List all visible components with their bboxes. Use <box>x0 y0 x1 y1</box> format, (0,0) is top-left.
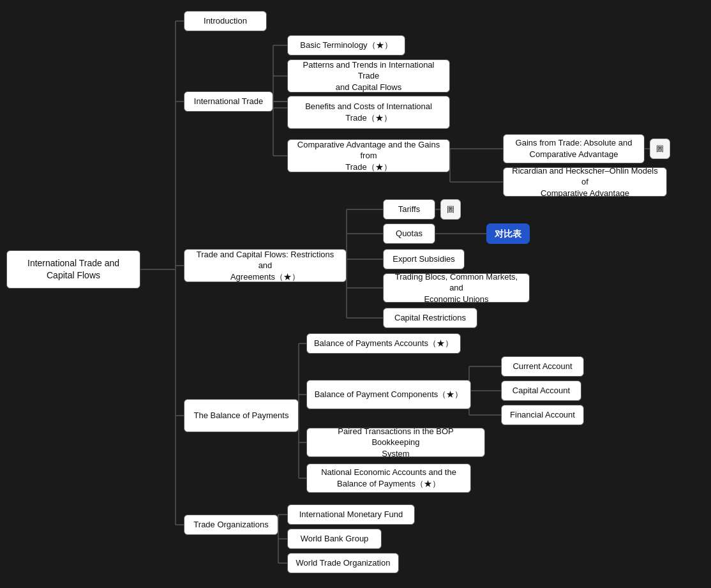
introduction-node[interactable]: Introduction <box>184 11 267 31</box>
export-subsidies-node[interactable]: Export Subsidies <box>383 249 465 269</box>
gains-from-trade-node[interactable]: Gains from Trade: Absolute andComparativ… <box>503 134 645 163</box>
quotas-node[interactable]: Quotas <box>383 223 435 244</box>
ricardian-node[interactable]: Ricardian and Heckscher–Ohlin Models ofC… <box>503 167 667 197</box>
bop-accounts-node[interactable]: Balance of Payments Accounts（★） <box>306 333 461 354</box>
basic-terminology-node[interactable]: Basic Terminology（★） <box>287 35 405 56</box>
patterns-trends-node[interactable]: Patterns and Trends in International Tra… <box>287 59 450 93</box>
balance-of-payments-node[interactable]: The Balance of Payments <box>184 399 299 432</box>
imf-node[interactable]: International Monetary Fund <box>287 504 415 525</box>
world-bank-node[interactable]: World Bank Group <box>287 529 382 549</box>
trade-restrictions-node[interactable]: Trade and Capital Flows: Restrictions an… <box>184 249 347 282</box>
capital-account-node[interactable]: Capital Account <box>501 381 581 401</box>
gains-icon-node[interactable]: 圖 <box>650 139 670 159</box>
trading-blocs-node[interactable]: Trading Blocs, Common Markets, andEconom… <box>383 273 530 303</box>
national-economic-node[interactable]: National Economic Accounts and theBalanc… <box>306 464 471 493</box>
mind-map-canvas: International Trade andCapital Flows Int… <box>0 0 711 588</box>
comparative-advantage-node[interactable]: Comparative Advantage and the Gains from… <box>287 139 450 172</box>
duibizhuo-node[interactable]: 对比表 <box>486 223 530 244</box>
wto-node[interactable]: World Trade Organization <box>287 553 399 573</box>
trade-organizations-node[interactable]: Trade Organizations <box>184 515 278 535</box>
financial-account-node[interactable]: Financial Account <box>501 405 584 425</box>
capital-restrictions-node[interactable]: Capital Restrictions <box>383 308 477 328</box>
paired-transactions-node[interactable]: Paired Transactions in the BOP Bookkeepi… <box>306 428 485 457</box>
root-node[interactable]: International Trade andCapital Flows <box>6 250 140 289</box>
tariffs-icon-node[interactable]: 圖 <box>440 199 461 220</box>
benefits-costs-node[interactable]: Benefits and Costs of International Trad… <box>287 96 450 129</box>
current-account-node[interactable]: Current Account <box>501 356 584 377</box>
tariffs-node[interactable]: Tariffs <box>383 199 435 220</box>
bop-components-node[interactable]: Balance of Payment Components（★） <box>306 380 471 409</box>
international-trade-node[interactable]: International Trade <box>184 91 273 112</box>
